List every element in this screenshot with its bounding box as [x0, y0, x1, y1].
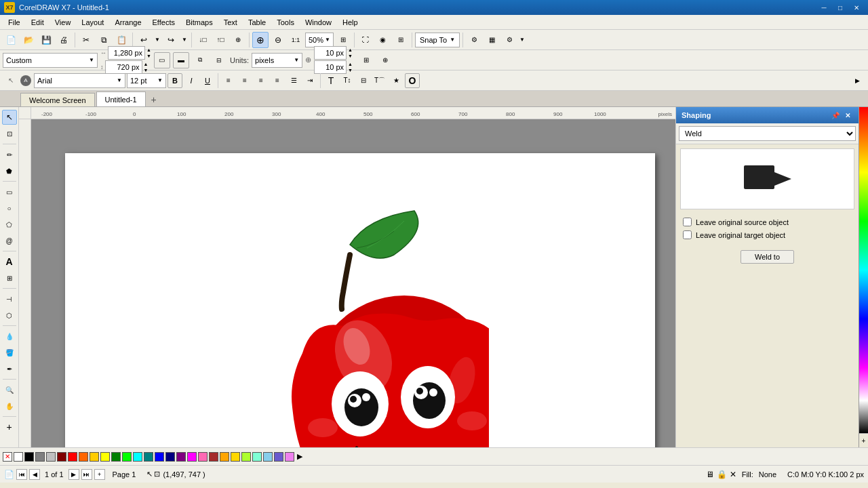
color-strip[interactable] — [859, 107, 868, 433]
export-button[interactable]: ↑□ — [212, 32, 229, 48]
view-page-button[interactable]: ⊞ — [393, 32, 409, 48]
publish-button[interactable]: ⊕ — [230, 32, 246, 48]
cut-button[interactable]: ✂ — [78, 32, 94, 48]
status-x-icon[interactable]: ✕ — [730, 470, 736, 479]
swatch-pink[interactable] — [198, 452, 208, 462]
next-page-button[interactable]: ▶ — [68, 469, 79, 480]
swatch-maroon[interactable] — [57, 452, 66, 462]
palette-scroll-right[interactable]: ▶ — [297, 452, 302, 461]
tool-blend[interactable]: ⬡ — [2, 308, 17, 323]
tool-select[interactable]: ↖ — [2, 110, 17, 125]
text-star-button[interactable]: ★ — [389, 73, 403, 88]
close-button[interactable]: ✕ — [849, 2, 864, 13]
size-combo[interactable]: 12 pt ▼ — [127, 73, 166, 88]
open-button[interactable]: 📂 — [20, 32, 37, 48]
view-enable-button[interactable]: ◉ — [375, 32, 391, 48]
expand-arrow[interactable]: ▶ — [849, 73, 865, 89]
text-path-button[interactable]: T⌒ — [372, 73, 387, 88]
nudge-up[interactable]: ▲ — [348, 47, 353, 53]
menu-edit[interactable]: Edit — [26, 15, 50, 29]
align-center-button[interactable]: ≡ — [237, 73, 252, 88]
leave-source-checkbox[interactable] — [683, 218, 692, 226]
minimize-button[interactable]: ─ — [816, 2, 831, 13]
swatch-brown[interactable] — [209, 452, 218, 462]
menu-text[interactable]: Text — [218, 15, 243, 29]
copy-button[interactable]: ⧉ — [96, 32, 112, 48]
swatch-teal[interactable] — [144, 452, 153, 462]
portrait-button[interactable]: ▭ — [154, 52, 170, 68]
tool-add-page[interactable]: + — [2, 420, 17, 434]
width-input[interactable]: 1,280 px — [108, 46, 145, 60]
swatch-slate-blue[interactable] — [274, 452, 283, 462]
tool-dropper[interactable]: 💧 — [2, 329, 17, 344]
swatch-blue[interactable] — [155, 452, 164, 462]
swatch-purple[interactable] — [176, 452, 186, 462]
status-monitor-icon[interactable]: 🖥 — [706, 470, 714, 479]
duplicate-button[interactable]: ⊕ — [377, 52, 393, 68]
nudge2-up[interactable]: ▲ — [348, 61, 353, 67]
tool-polygon[interactable]: ⬠ — [2, 217, 17, 232]
height-up[interactable]: ▲ — [144, 61, 149, 67]
font-combo[interactable]: Arial ▼ — [34, 73, 125, 88]
tool-hand[interactable]: ✋ — [2, 399, 17, 413]
zoom-out-button[interactable]: ⊖ — [270, 32, 286, 48]
tool-smartfill[interactable]: ⬟ — [2, 163, 17, 178]
menu-arrange[interactable]: Arrange — [109, 15, 146, 29]
menu-tools[interactable]: Tools — [271, 15, 300, 29]
tool-node[interactable]: ⊡ — [2, 126, 17, 141]
tool-spiral[interactable]: @ — [2, 233, 17, 248]
tool-ellipse[interactable]: ○ — [2, 201, 17, 216]
italic-button[interactable]: I — [184, 73, 199, 88]
redo-button[interactable]: ↪ — [163, 32, 179, 48]
last-page-button[interactable]: ⏭ — [81, 469, 92, 480]
menu-window[interactable]: Window — [300, 15, 337, 29]
new-button[interactable]: 📄 — [3, 32, 19, 48]
undo-button[interactable]: ↩ — [136, 32, 152, 48]
swatch-orange2[interactable] — [220, 452, 229, 462]
weld-to-button[interactable]: Weld to — [741, 250, 794, 264]
resize-page-button[interactable]: ⧉ — [192, 52, 208, 68]
bullets-button[interactable]: ☰ — [286, 73, 301, 88]
text-fit-button[interactable]: T — [323, 73, 338, 88]
swatch-gray[interactable] — [35, 452, 45, 462]
shaping-mode-select[interactable]: Weld Trim Intersect Simplify Front Minus… — [679, 126, 856, 141]
swatch-black[interactable] — [24, 452, 34, 462]
swatch-sky-blue[interactable] — [263, 452, 273, 462]
swatch-cyan[interactable] — [133, 452, 142, 462]
menu-table[interactable]: Table — [243, 15, 271, 29]
first-page-button[interactable]: ⏮ — [16, 469, 27, 480]
swatch-green[interactable] — [111, 452, 121, 462]
text-outline-button[interactable]: O — [405, 73, 420, 88]
tool-rectangle[interactable]: ▭ — [2, 184, 17, 199]
bleed-button[interactable]: ⊟ — [211, 52, 227, 68]
options-button[interactable]: ⚙ — [466, 32, 482, 48]
menu-view[interactable]: View — [50, 15, 77, 29]
zoom-in-button[interactable]: ⊕ — [252, 32, 269, 48]
tool-table[interactable]: ⊞ — [2, 270, 17, 285]
tab-welcome[interactable]: Welcome Screen — [20, 93, 95, 106]
swatch-white[interactable] — [14, 452, 23, 462]
paste-button[interactable]: 📋 — [113, 32, 130, 48]
swatch-aquamarine[interactable] — [252, 452, 262, 462]
swatch-lime[interactable] — [122, 452, 132, 462]
nudge-down[interactable]: ▼ — [348, 53, 353, 59]
menu-file[interactable]: File — [3, 15, 26, 29]
color-strip-more[interactable]: + — [859, 434, 868, 447]
shaping-close-button[interactable]: ✕ — [842, 110, 853, 121]
undo-dropdown[interactable]: ▼ — [153, 32, 161, 48]
swatch-silver[interactable] — [46, 452, 56, 462]
import-button[interactable]: ↓□ — [195, 32, 211, 48]
align-left-button[interactable]: ≡ — [221, 73, 236, 88]
swatch-navy[interactable] — [165, 452, 175, 462]
node-tool-indicator[interactable]: ↖ ⊡ — [146, 470, 160, 479]
swatch-green-yellow[interactable] — [241, 452, 251, 462]
width-down[interactable]: ▼ — [146, 53, 151, 59]
grid-button[interactable]: ⊞ — [358, 52, 374, 68]
underline-button[interactable]: U — [200, 73, 215, 88]
preset-combo[interactable]: Custom ▼ — [3, 53, 98, 68]
redo-dropdown[interactable]: ▼ — [180, 32, 189, 48]
leave-target-checkbox[interactable] — [683, 230, 692, 239]
no-fill-swatch[interactable]: ✕ — [3, 452, 12, 462]
prev-page-button[interactable]: ◀ — [29, 469, 40, 480]
tool-freehand[interactable]: ✏ — [2, 147, 17, 162]
